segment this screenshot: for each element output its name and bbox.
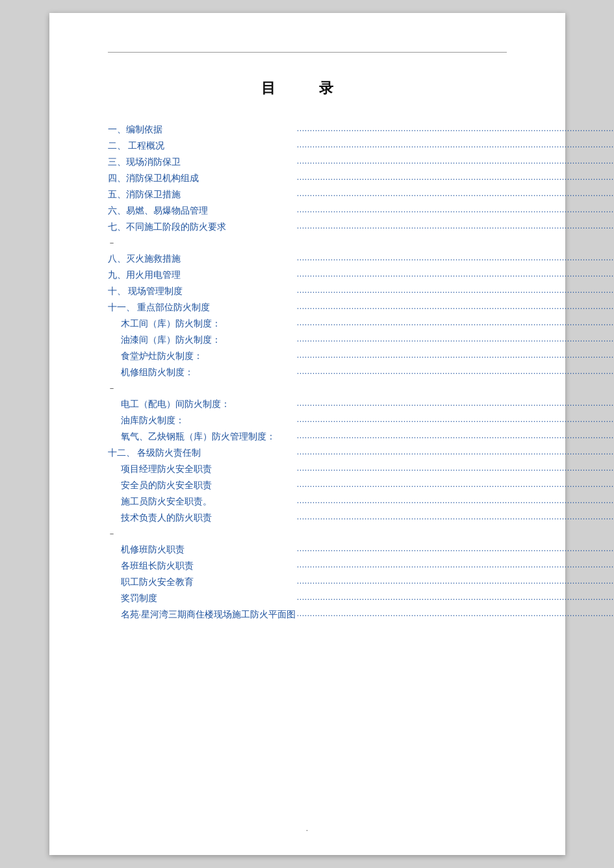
toc-dots: ········································… (297, 336, 614, 346)
toc-link[interactable]: 施工员防火安全职责。 (121, 497, 212, 506)
toc-row: 六、易燃、易爆物品管理·····························… (108, 203, 615, 219)
toc-row: 奖罚制度····································… (108, 590, 615, 606)
toc-dots: ········································… (297, 449, 614, 459)
bottom-mark: · (306, 826, 308, 836)
toc-dots: ········································… (297, 271, 614, 281)
toc-separator: － (108, 380, 615, 396)
toc-row: 四、消防保卫机构组成······························… (108, 170, 615, 186)
toc-dots: ········································… (297, 255, 614, 265)
toc-row: 技术负责人的防火职责······························… (108, 510, 615, 526)
toc-dots: ········································… (297, 498, 614, 508)
toc-row: 施工员防火安全职责。······························… (108, 493, 615, 510)
toc-link[interactable]: 技术负责人的防火职责 (121, 513, 212, 523)
toc-link[interactable]: 奖罚制度 (121, 593, 157, 603)
toc-dots: ········································… (297, 562, 614, 572)
toc-row: 名苑·星河湾三期商住楼现场施工防火平面图····················… (108, 606, 615, 623)
toc-link[interactable]: 十、 现场管理制度 (108, 286, 183, 296)
toc-dots: ········································… (297, 546, 614, 556)
toc-row: 一、编制依据··································… (108, 121, 615, 138)
toc-dots: ········································… (297, 207, 614, 217)
toc-row: 机修班防火职责·································… (108, 541, 615, 558)
toc-dots: ········································… (297, 223, 614, 233)
toc-row: 项目经理防火安全职责······························… (108, 461, 615, 477)
toc-row: 七、不同施工阶段的防火要求···························… (108, 219, 615, 235)
toc-dots: ········································… (297, 611, 614, 621)
toc-row: 油库防火制度：·································… (108, 412, 615, 428)
toc-link[interactable]: 七、不同施工阶段的防火要求 (108, 222, 226, 232)
toc-dots: ········································… (297, 433, 614, 443)
toc-row: 木工间（库）防火制度：·····························… (108, 316, 615, 332)
toc-link[interactable]: 名苑·星河湾三期商住楼现场施工防火平面图 (121, 610, 296, 619)
toc-link[interactable]: 四、消防保卫机构组成 (108, 173, 199, 183)
toc-link[interactable]: 机修组防火制度： (121, 367, 194, 377)
toc-link[interactable]: 项目经理防火安全职责 (121, 464, 212, 474)
toc-row: 八、灭火施救措施································… (108, 251, 615, 267)
toc-link[interactable]: 食堂炉灶防火制度： (121, 351, 203, 361)
toc-row: 十二、 各级防火责任制·····························… (108, 445, 615, 461)
document-page: 目 录 一、编制依据······························… (49, 13, 565, 855)
toc-link[interactable]: 机修班防火职责 (121, 545, 185, 554)
toc-dots: ········································… (297, 595, 614, 604)
toc-link[interactable]: 安全员的防火安全职责 (121, 480, 212, 490)
toc-link[interactable]: 氧气、乙炔钢瓶（库）防火管理制度： (121, 432, 275, 441)
toc-link[interactable]: 电工（配电）间防火制度： (121, 399, 230, 409)
toc-dots: ········································… (297, 191, 614, 201)
toc-row: 职工防火安全教育································… (108, 574, 615, 590)
toc-link[interactable]: 三、现场消防保卫 (108, 157, 181, 167)
toc-row: 十一、 重点部位防火制度····························… (108, 299, 615, 316)
toc-dots: ········································… (297, 320, 614, 330)
toc-table: 一、编制依据··································… (108, 121, 615, 623)
toc-link[interactable]: 各班组长防火职责 (121, 561, 194, 571)
toc-link[interactable]: 二、 工程概况 (108, 141, 164, 151)
toc-row: 油漆间（库）防火制度：·····························… (108, 332, 615, 348)
toc-link[interactable]: 一、编制依据 (108, 125, 162, 134)
toc-dots: ········································… (297, 175, 614, 184)
toc-row: 九、用火用电管理································… (108, 267, 615, 283)
toc-row: 食堂炉灶防火制度：·······························… (108, 348, 615, 364)
toc-row: 氧气、乙炔钢瓶（库）防火管理制度：·······················… (108, 428, 615, 445)
toc-row: 三、现场消防保卫································… (108, 154, 615, 170)
toc-link[interactable]: 十一、 重点部位防火制度 (108, 303, 210, 312)
toc-row: 五、消防保卫措施································… (108, 186, 615, 203)
page-title: 目 录 (108, 79, 507, 98)
toc-dots: ········································… (297, 304, 614, 314)
toc-separator: － (108, 235, 615, 251)
toc-dots: ········································… (297, 353, 614, 362)
toc-row: 十、 现场管理制度·······························… (108, 283, 615, 299)
toc-link[interactable]: 五、消防保卫措施 (108, 190, 181, 199)
toc-row: 安全员的防火安全职责······························… (108, 477, 615, 493)
toc-dots: ········································… (297, 158, 614, 168)
toc-dots: ········································… (297, 417, 614, 427)
toc-separator: － (108, 526, 615, 541)
toc-link[interactable]: 八、灭火施救措施 (108, 254, 181, 264)
toc-link[interactable]: 六、易燃、易爆物品管理 (108, 206, 208, 216)
toc-dots: ········································… (297, 578, 614, 588)
toc-dots: ········································… (297, 401, 614, 410)
toc-dots: ········································… (297, 142, 614, 152)
toc-link[interactable]: 木工间（库）防火制度： (121, 319, 221, 329)
toc-row: 电工（配电）间防火制度：····························… (108, 396, 615, 412)
toc-dots: ········································… (297, 126, 614, 136)
toc-dots: ········································… (297, 288, 614, 297)
toc-dots: ········································… (297, 465, 614, 475)
toc-row: 机修组防火制度：································… (108, 364, 615, 380)
toc-row: 二、 工程概况·································… (108, 138, 615, 154)
toc-row: 各班组长防火职责································… (108, 558, 615, 574)
toc-link[interactable]: 油漆间（库）防火制度： (121, 335, 221, 345)
toc-link[interactable]: 职工防火安全教育 (121, 577, 194, 587)
toc-link[interactable]: 油库防火制度： (121, 415, 185, 425)
top-border (108, 52, 507, 53)
toc-dots: ········································… (297, 369, 614, 378)
toc-dots: ········································… (297, 514, 614, 524)
toc-link[interactable]: 九、用火用电管理 (108, 270, 181, 280)
toc-link[interactable]: 十二、 各级防火责任制 (108, 448, 201, 458)
toc-dots: ········································… (297, 482, 614, 491)
